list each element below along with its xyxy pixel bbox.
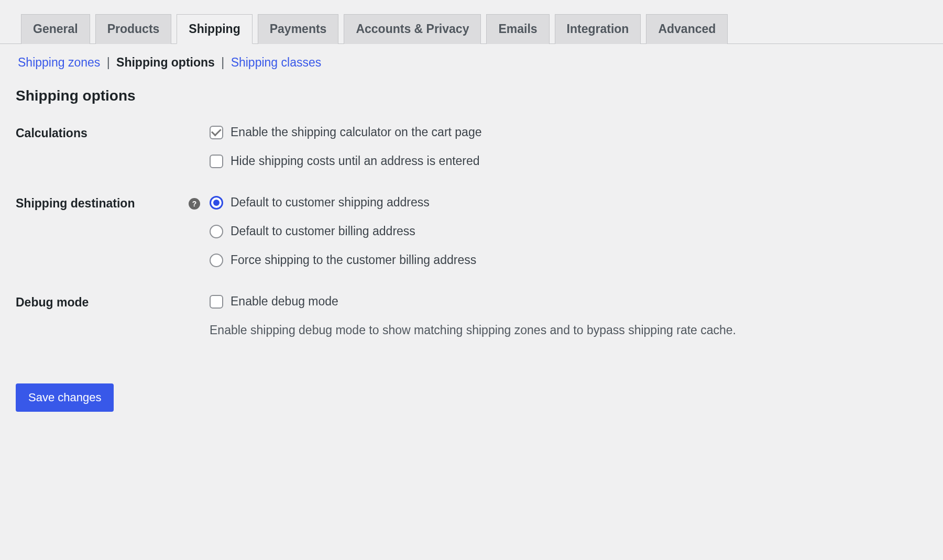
radio-default-shipping-address[interactable]: Default to customer shipping address — [210, 195, 927, 210]
tab-general[interactable]: General — [21, 14, 90, 44]
tab-products[interactable]: Products — [95, 14, 172, 44]
radio-icon — [210, 254, 223, 267]
section-title: Shipping options — [16, 87, 927, 104]
help-icon[interactable]: ? — [189, 198, 200, 210]
tab-accounts-privacy[interactable]: Accounts & Privacy — [344, 14, 481, 44]
checkbox-label: Enable the shipping calculator on the ca… — [231, 125, 482, 139]
subnav-separator: | — [107, 56, 110, 69]
subnav-shipping-classes[interactable]: Shipping classes — [231, 56, 322, 69]
save-button[interactable]: Save changes — [16, 383, 114, 412]
checkbox-enable-calculator[interactable]: Enable the shipping calculator on the ca… — [210, 125, 927, 139]
checkbox-hide-costs[interactable]: Hide shipping costs until an address is … — [210, 154, 927, 168]
tab-emails[interactable]: Emails — [486, 14, 549, 44]
shipping-subnav: Shipping zones | Shipping options | Ship… — [16, 44, 927, 70]
row-shipping-destination: Shipping destination ? Default to custom… — [16, 195, 927, 267]
checkbox-icon — [210, 126, 223, 139]
subnav-shipping-zones[interactable]: Shipping zones — [18, 56, 100, 69]
tab-advanced[interactable]: Advanced — [646, 14, 728, 44]
tab-payments[interactable]: Payments — [258, 14, 339, 44]
subnav-separator: | — [221, 56, 224, 69]
label-calculations: Calculations — [16, 125, 210, 140]
radio-default-billing-address[interactable]: Default to customer billing address — [210, 224, 927, 238]
radio-icon — [210, 196, 223, 210]
radio-label: Force shipping to the customer billing a… — [231, 253, 476, 267]
radio-icon — [210, 225, 223, 238]
radio-label: Default to customer shipping address — [231, 195, 430, 210]
tab-shipping[interactable]: Shipping — [177, 14, 252, 44]
label-shipping-destination: Shipping destination ? — [16, 195, 210, 211]
checkbox-label: Hide shipping costs until an address is … — [231, 154, 480, 168]
settings-tabs: General Products Shipping Payments Accou… — [0, 0, 943, 44]
checkbox-enable-debug[interactable]: Enable debug mode — [210, 294, 927, 309]
checkbox-icon — [210, 155, 223, 168]
debug-help-text: Enable shipping debug mode to show match… — [210, 323, 927, 337]
radio-force-billing-address[interactable]: Force shipping to the customer billing a… — [210, 253, 927, 267]
label-debug-mode: Debug mode — [16, 294, 210, 310]
row-calculations: Calculations Enable the shipping calcula… — [16, 125, 927, 168]
tab-integration[interactable]: Integration — [555, 14, 641, 44]
subnav-shipping-options[interactable]: Shipping options — [116, 56, 215, 69]
checkbox-label: Enable debug mode — [231, 294, 338, 309]
row-debug-mode: Debug mode Enable debug mode Enable ship… — [16, 294, 927, 337]
radio-label: Default to customer billing address — [231, 224, 415, 238]
checkbox-icon — [210, 295, 223, 309]
